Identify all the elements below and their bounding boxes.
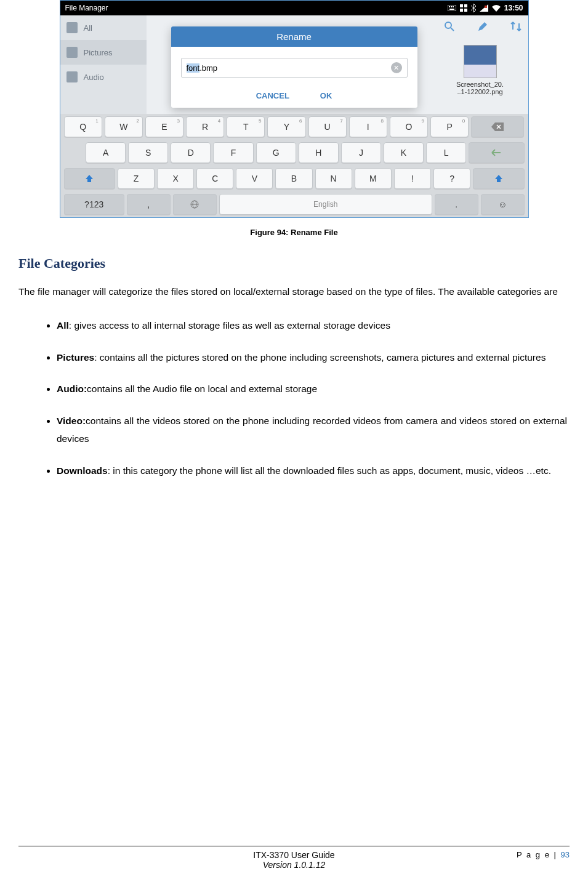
thumbnail-image <box>464 45 497 78</box>
rename-dialog: Rename font.bmp ✕ CANCEL OK <box>171 26 417 108</box>
key-y[interactable]: Y6 <box>267 116 305 137</box>
page-footer: P a g e | 93 ITX-3370 User Guide Version… <box>18 846 570 870</box>
key-m[interactable]: M <box>355 168 392 189</box>
status-tray: 13:50 <box>448 4 528 12</box>
svg-rect-1 <box>449 6 450 7</box>
image-icon <box>66 47 78 58</box>
footer-version: Version 1.0.1.12 <box>18 860 570 870</box>
key-backspace[interactable] <box>471 116 524 137</box>
key-k[interactable]: K <box>384 142 424 163</box>
category-name: Video: <box>57 415 86 426</box>
key-globe[interactable] <box>173 194 217 215</box>
bluetooth-icon <box>471 4 476 12</box>
file-thumbnail[interactable]: Screenshot_20. ..1-122002.png <box>449 45 511 95</box>
key-shift-left[interactable] <box>64 168 115 189</box>
dialog-title: Rename <box>171 26 417 47</box>
key-p[interactable]: P0 <box>430 116 469 137</box>
key-x[interactable]: X <box>157 168 194 189</box>
key-q[interactable]: Q1 <box>64 116 102 137</box>
category-desc: : gives access to all internal storage f… <box>69 320 390 331</box>
key-u[interactable]: U7 <box>308 116 347 137</box>
svg-rect-9 <box>485 6 487 8</box>
sidebar-item-audio[interactable]: Audio <box>60 65 147 89</box>
svg-point-10 <box>445 22 451 28</box>
key-c[interactable]: C <box>196 168 233 189</box>
figure-caption: Figure 94: Rename File <box>18 228 570 237</box>
category-desc: contains all the Audio file on local and… <box>87 383 317 394</box>
key-qmark[interactable]: ? <box>433 168 470 189</box>
svg-rect-0 <box>448 5 456 11</box>
category-item: Pictures: contains all the pictures stor… <box>57 348 570 366</box>
thumbnail-name-2: ..1-122002.png <box>449 88 511 95</box>
key-enter[interactable] <box>469 142 524 163</box>
sidebar-item-pictures[interactable]: Pictures <box>60 40 147 65</box>
category-sidebar: All Pictures Audio <box>60 15 147 114</box>
thumbnail-name-1: Screenshot_20. <box>449 81 511 88</box>
section-heading: File Categories <box>18 255 570 271</box>
key-emoji[interactable]: ☺ <box>481 194 525 215</box>
key-d[interactable]: D <box>171 142 211 163</box>
status-time: 13:50 <box>504 4 523 12</box>
svg-rect-8 <box>464 9 467 12</box>
key-l[interactable]: L <box>426 142 466 163</box>
page-number: P a g e | 93 <box>517 850 570 859</box>
category-item: Audio:contains all the Audio file on loc… <box>57 380 570 398</box>
input-selected-text: font <box>187 63 200 73</box>
sidebar-label-pictures: Pictures <box>84 48 113 57</box>
key-symbols[interactable]: ?123 <box>64 194 124 215</box>
figure-screenshot: File Manager 13:50 <box>60 0 529 218</box>
key-i[interactable]: I8 <box>349 116 387 137</box>
soft-keyboard: Q1W2E3R4T5Y6U7I8O9P0 ASDFGHJKL ZXCVBNM!?… <box>60 114 528 217</box>
sort-icon[interactable] <box>510 20 522 33</box>
clear-input-icon[interactable]: ✕ <box>391 62 402 73</box>
rename-input[interactable]: font.bmp ✕ <box>181 58 408 78</box>
sidebar-label-audio: Audio <box>84 73 104 82</box>
key-z[interactable]: Z <box>118 168 155 189</box>
network-icon <box>480 4 488 12</box>
intro-paragraph: The file manager will categorize the fil… <box>18 283 570 300</box>
svg-rect-6 <box>464 4 467 7</box>
svg-rect-7 <box>460 9 463 12</box>
category-name: All <box>57 320 69 331</box>
sidebar-item-all[interactable]: All <box>60 15 147 40</box>
key-n[interactable]: N <box>315 168 352 189</box>
key-comma[interactable]: , <box>127 194 171 215</box>
grid-icon <box>460 4 467 12</box>
key-period[interactable]: . <box>435 194 478 215</box>
key-o[interactable]: O9 <box>390 116 428 137</box>
svg-rect-4 <box>449 9 454 10</box>
category-list: All: gives access to all internal storag… <box>18 316 570 480</box>
category-name: Audio: <box>57 383 87 394</box>
wifi-icon <box>492 5 501 12</box>
key-v[interactable]: V <box>236 168 273 189</box>
key-space[interactable]: English <box>219 194 432 215</box>
key-a[interactable]: A <box>86 142 126 163</box>
toolbar <box>443 20 522 33</box>
key-e[interactable]: E3 <box>145 116 183 137</box>
category-item: Video:contains all the videos stored on … <box>57 412 570 448</box>
file-manager-body: All Pictures Audio Screenshot_20. ..1-12… <box>60 15 528 114</box>
category-item: All: gives access to all internal storag… <box>57 316 570 334</box>
svg-rect-2 <box>451 6 452 7</box>
key-r[interactable]: R4 <box>186 116 224 137</box>
category-item: Downloads: in this category the phone wi… <box>57 462 570 480</box>
key-t[interactable]: T5 <box>227 116 265 137</box>
key-s[interactable]: S <box>128 142 168 163</box>
category-desc: : in this category the phone will list a… <box>108 465 551 476</box>
search-icon[interactable] <box>443 20 456 33</box>
key-h[interactable]: H <box>299 142 339 163</box>
ok-button[interactable]: OK <box>320 91 332 100</box>
edit-icon[interactable] <box>477 20 489 33</box>
app-title: File Manager <box>60 4 108 12</box>
key-g[interactable]: G <box>256 142 296 163</box>
key-j[interactable]: J <box>341 142 381 163</box>
key-w[interactable]: W2 <box>105 116 143 137</box>
key-f[interactable]: F <box>213 142 253 163</box>
cancel-button[interactable]: CANCEL <box>256 91 289 100</box>
svg-rect-5 <box>460 4 463 7</box>
key-b[interactable]: B <box>275 168 312 189</box>
key-shift-right[interactable] <box>473 168 524 189</box>
input-rest-text: .bmp <box>199 63 217 73</box>
audio-icon <box>66 71 78 82</box>
key-excl[interactable]: ! <box>394 168 431 189</box>
